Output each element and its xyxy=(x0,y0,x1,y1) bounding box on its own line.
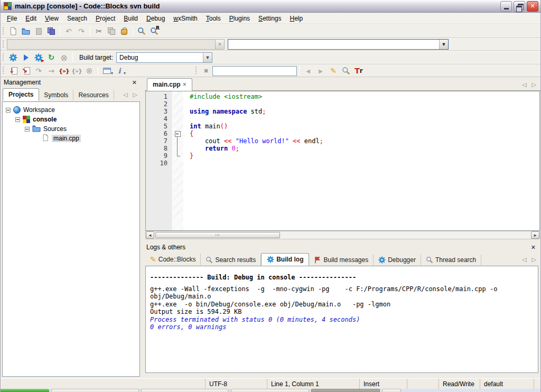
menu-settings[interactable]: Settings xyxy=(254,14,285,23)
tab-resources[interactable]: Resources xyxy=(73,90,114,100)
tab-build-log[interactable]: Build log xyxy=(261,253,309,266)
tree-item-main-cpp[interactable]: main.cpp xyxy=(3,134,139,143)
menu-project[interactable]: Project xyxy=(91,14,119,23)
open-folder-icon xyxy=(22,27,30,35)
toolbar-grip[interactable] xyxy=(195,67,198,75)
taskbar-button[interactable] xyxy=(382,389,401,392)
menu-debug[interactable]: Debug xyxy=(142,14,169,23)
tab-main-cpp[interactable]: main.cpp × xyxy=(147,78,192,91)
various-info-button[interactable] xyxy=(113,65,126,77)
fold-margin[interactable] xyxy=(172,93,183,100)
menu-help[interactable]: Help xyxy=(285,14,307,23)
open-file-button[interactable] xyxy=(20,25,32,37)
main-toolbar: R xyxy=(1,24,540,38)
taskbar-button-active[interactable] xyxy=(311,389,380,392)
cut-button[interactable] xyxy=(92,25,105,37)
menu-plugins[interactable]: Plugins xyxy=(225,14,254,23)
menu-wxsmith[interactable]: wxSmith xyxy=(169,14,201,23)
tab-thread-search[interactable]: Thread search xyxy=(421,255,481,265)
tab-search-results[interactable]: Search results xyxy=(201,255,261,265)
tree-item-console[interactable]: console xyxy=(3,115,139,124)
redo-button xyxy=(75,25,88,37)
restore-button[interactable] xyxy=(514,1,525,12)
build-button[interactable] xyxy=(7,52,20,63)
tabs-scroll-left-icon[interactable]: ◁ xyxy=(522,256,526,263)
tab-codeblocks-log[interactable]: Code::Blocks xyxy=(145,254,201,265)
menu-tools[interactable]: Tools xyxy=(202,14,225,23)
toolbar-grip[interactable] xyxy=(2,40,5,49)
fold-margin[interactable] xyxy=(172,115,183,123)
tab-debugger-log[interactable]: Debugger xyxy=(374,255,421,265)
search-next-button xyxy=(314,65,327,77)
editor-horizontal-scrollbar[interactable]: ◂ ▸ xyxy=(145,231,540,239)
collapse-icon[interactable] xyxy=(15,117,20,122)
log-line: Output size is 594.29 KB xyxy=(150,308,534,316)
replace-button[interactable]: R xyxy=(148,25,161,37)
copy-button xyxy=(105,25,118,37)
taskbar-button[interactable] xyxy=(231,389,309,392)
fold-margin[interactable] xyxy=(172,152,183,160)
tabs-scroll-left-icon[interactable]: ◁ xyxy=(123,91,127,98)
tree-item-workspace[interactable]: Workspace xyxy=(3,105,139,115)
rebuild-button[interactable] xyxy=(45,52,58,63)
debug-continue-button[interactable] xyxy=(7,65,20,77)
symbol-combobox[interactable]: ▼ xyxy=(228,39,449,50)
run-button[interactable] xyxy=(20,52,32,63)
pencil-icon xyxy=(150,255,156,264)
collapse-icon[interactable] xyxy=(25,127,30,132)
find-button[interactable] xyxy=(135,25,148,37)
collapse-icon[interactable] xyxy=(6,108,11,113)
incremental-search-input[interactable] xyxy=(212,66,297,76)
highlight-occurrences-button[interactable] xyxy=(327,65,340,77)
menu-search[interactable]: Search xyxy=(63,14,91,23)
fold-margin[interactable] xyxy=(172,160,183,167)
toolbar-grip[interactable] xyxy=(2,27,5,35)
scroll-left-icon[interactable]: ◂ xyxy=(146,231,154,239)
close-tab-icon[interactable]: × xyxy=(183,81,186,88)
tabs-scroll-right-icon[interactable]: ▷ xyxy=(532,81,536,88)
tab-symbols[interactable]: Symbols xyxy=(39,90,73,100)
fold-margin[interactable] xyxy=(172,108,183,115)
tree-item-sources[interactable]: Sources xyxy=(3,124,139,134)
new-file-button[interactable] xyxy=(7,25,20,37)
match-case-button[interactable] xyxy=(352,65,365,77)
scroll-right-icon[interactable]: ▸ xyxy=(531,231,539,239)
tabs-scroll-right-icon[interactable]: ▷ xyxy=(133,91,137,98)
run-to-cursor-button[interactable] xyxy=(20,65,32,77)
close-management-icon[interactable]: ✕ xyxy=(130,79,138,86)
start-button[interactable] xyxy=(1,389,49,392)
fold-collapse-icon[interactable] xyxy=(172,130,183,137)
tabs-scroll-right-icon[interactable]: ▷ xyxy=(532,256,536,263)
build-log-output[interactable]: -------------- Build: Debug in console -… xyxy=(145,266,538,373)
minimize-button[interactable] xyxy=(500,1,512,12)
title-bar[interactable]: main.cpp [console] - Code::Blocks svn bu… xyxy=(1,0,540,13)
scrollbar-thumb[interactable] xyxy=(155,232,280,238)
run-to-cursor-icon xyxy=(22,67,30,75)
search-options-button[interactable] xyxy=(340,65,352,77)
tab-build-messages[interactable]: Build messages xyxy=(309,255,374,265)
step-into-button[interactable] xyxy=(58,65,70,77)
close-logs-icon[interactable]: ✕ xyxy=(529,244,537,251)
code-editor[interactable]: 1#include <iostream> 2 3using namespace … xyxy=(145,91,540,231)
menu-file[interactable]: File xyxy=(3,14,21,23)
menu-build[interactable]: Build xyxy=(119,14,142,23)
debugging-windows-button[interactable] xyxy=(100,65,113,77)
close-button[interactable]: ✕ xyxy=(527,1,538,12)
save-all-button[interactable] xyxy=(45,25,58,37)
fold-margin[interactable] xyxy=(172,137,183,145)
menu-edit[interactable]: Edit xyxy=(21,14,41,23)
menu-view[interactable]: View xyxy=(41,14,63,23)
fold-margin[interactable] xyxy=(172,100,183,108)
fold-margin[interactable] xyxy=(172,123,183,130)
build-target-combobox[interactable]: Debug▼ xyxy=(116,52,212,63)
taskbar-button[interactable] xyxy=(141,389,229,392)
build-and-run-button[interactable]: ▶ xyxy=(32,52,45,63)
paste-button[interactable] xyxy=(118,25,130,37)
tab-projects[interactable]: Projects xyxy=(3,88,39,101)
log-line: -------------- Build: Debug in console -… xyxy=(150,274,534,282)
tabs-scroll-left-icon[interactable]: ◁ xyxy=(522,81,526,88)
toolbar-grip[interactable] xyxy=(2,53,5,62)
toolbar-grip[interactable] xyxy=(2,67,5,75)
taskbar-button[interactable] xyxy=(51,389,139,392)
fold-margin[interactable] xyxy=(172,145,183,152)
